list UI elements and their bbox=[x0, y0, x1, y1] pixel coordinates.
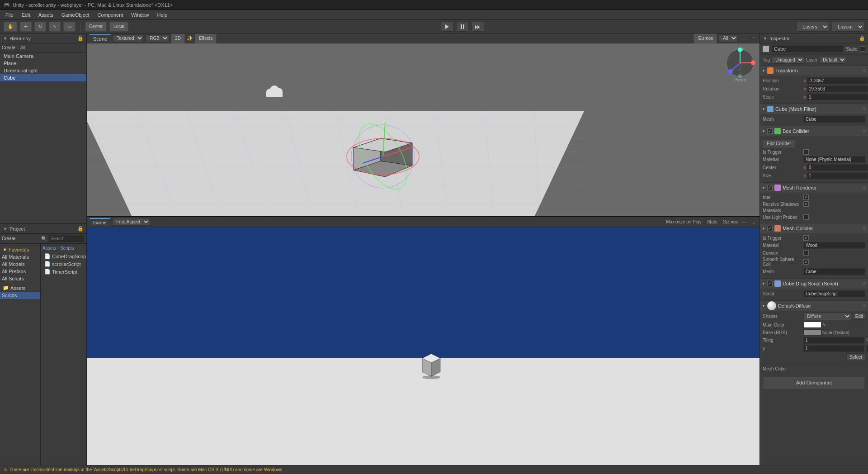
transform-settings[interactable]: ⚙ bbox=[863, 68, 866, 73]
tree-favorites[interactable]: ★ Favorites bbox=[0, 246, 40, 253]
smooth-sphere-checkbox[interactable]: ✓ bbox=[803, 259, 809, 265]
tree-fav-materials[interactable]: All Materials bbox=[0, 253, 40, 261]
tiling-y-input[interactable] bbox=[803, 345, 864, 352]
hand-tool[interactable]: ✋ bbox=[4, 22, 17, 32]
gizmos-all-dropdown[interactable]: All bbox=[719, 34, 738, 42]
game-tab[interactable]: Game bbox=[90, 218, 110, 226]
create-dropdown[interactable]: Create bbox=[2, 45, 15, 50]
inspector-lock[interactable]: 🔒 bbox=[859, 35, 865, 41]
tree-assets[interactable]: 📁 Assets bbox=[0, 284, 40, 292]
menu-file[interactable]: File bbox=[2, 11, 17, 19]
object-name-input[interactable] bbox=[772, 45, 843, 52]
game-canvas[interactable] bbox=[87, 227, 760, 465]
size-x[interactable] bbox=[807, 172, 868, 179]
project-search[interactable] bbox=[48, 235, 85, 242]
effects-button[interactable]: Effects bbox=[195, 33, 217, 43]
layers-dropdown[interactable]: Layers bbox=[797, 22, 829, 32]
offset-y-input[interactable] bbox=[866, 345, 868, 352]
file-cubedrag[interactable]: 📄 CubeDragScript bbox=[42, 252, 85, 260]
mesh-renderer-toggle[interactable]: ✓ bbox=[767, 185, 773, 190]
rect-tool[interactable]: ▭ bbox=[63, 22, 75, 32]
shading-dropdown[interactable]: Textured bbox=[113, 34, 144, 42]
convex-checkbox[interactable] bbox=[803, 250, 809, 256]
mc-material-value[interactable] bbox=[803, 242, 865, 249]
box-collider-header[interactable]: ▼ ✓ Box Collider ⚙ bbox=[760, 126, 868, 136]
material-header[interactable]: ▼ Default-Diffuse ⚙ bbox=[760, 301, 868, 311]
mc-mesh-value[interactable] bbox=[803, 268, 865, 275]
mc-is-trigger-checkbox[interactable]: ✓ bbox=[803, 235, 809, 241]
mesh-value[interactable] bbox=[803, 116, 865, 123]
project-lock[interactable]: 🔒 bbox=[77, 226, 84, 232]
material-value[interactable] bbox=[803, 156, 865, 163]
meshrenderer-settings[interactable]: ⚙ bbox=[863, 185, 866, 190]
rotate-tool[interactable]: ↻ bbox=[34, 22, 46, 32]
scene-maximize[interactable]: □ bbox=[750, 36, 757, 41]
scene-canvas[interactable]: Y X Z Persp bbox=[87, 43, 760, 216]
all-filter[interactable]: All bbox=[20, 45, 25, 50]
gizmos-button[interactable]: Gizmos bbox=[693, 33, 717, 43]
step-button[interactable]: ⏭ bbox=[472, 22, 484, 32]
center-x[interactable] bbox=[807, 164, 868, 171]
menu-assets[interactable]: Assets bbox=[35, 11, 57, 19]
scale-x[interactable] bbox=[807, 94, 868, 100]
scale-tool[interactable]: ⤡ bbox=[49, 22, 61, 32]
2d-toggle[interactable]: 2D bbox=[171, 33, 185, 43]
edit-collider-button[interactable]: Edit Collider bbox=[763, 140, 795, 147]
tree-fav-scripts[interactable]: All Scripts bbox=[0, 275, 40, 282]
receive-shadows-checkbox[interactable]: ✓ bbox=[803, 201, 809, 207]
mesh-collider-toggle[interactable]: ✓ bbox=[767, 226, 773, 231]
create-btn[interactable]: Create bbox=[2, 236, 15, 241]
hierarchy-item-plane[interactable]: Plane bbox=[0, 60, 86, 67]
mesh-collider-header[interactable]: ▼ ✓ Mesh Collider ⚙ bbox=[760, 223, 868, 233]
hierarchy-collapse[interactable]: ▼ bbox=[3, 36, 8, 41]
script-value[interactable] bbox=[803, 290, 865, 297]
pause-button[interactable] bbox=[456, 22, 469, 32]
project-collapse[interactable]: ▼ bbox=[3, 226, 8, 232]
select-button[interactable]: Select bbox=[846, 353, 865, 361]
main-color-swatch[interactable] bbox=[803, 322, 821, 328]
game-minimize[interactable]: — bbox=[740, 219, 748, 225]
menu-window[interactable]: Window bbox=[127, 11, 152, 19]
game-maximize-btn[interactable]: □ bbox=[750, 219, 757, 225]
base-rgb-swatch[interactable] bbox=[803, 329, 821, 336]
stats-label[interactable]: Stats bbox=[707, 219, 717, 224]
pos-x[interactable] bbox=[807, 77, 868, 84]
file-scroller[interactable]: 📄 scrolierScript bbox=[42, 260, 85, 268]
layer-dropdown[interactable]: Default bbox=[819, 56, 846, 64]
add-component-button[interactable]: Add Component bbox=[764, 377, 864, 389]
use-light-probes-checkbox[interactable] bbox=[803, 214, 809, 220]
tree-fav-prefabs[interactable]: All Prefabs bbox=[0, 268, 40, 275]
menu-component[interactable]: Component bbox=[94, 11, 127, 19]
menu-edit[interactable]: Edit bbox=[18, 11, 34, 19]
tiling-x[interactable] bbox=[803, 337, 864, 344]
hierarchy-item-cube[interactable]: Cube bbox=[0, 74, 86, 81]
mesh-renderer-header[interactable]: ▼ ✓ Mesh Renderer ⚙ bbox=[760, 183, 868, 193]
transform-header[interactable]: ▼ Transform ⚙ bbox=[760, 66, 868, 76]
scene-minimize[interactable]: — bbox=[740, 36, 748, 41]
aspect-dropdown[interactable]: Free Aspect bbox=[112, 218, 150, 226]
meshfilter-settings[interactable]: ⚙ bbox=[863, 107, 866, 111]
cast-shadows-checkbox[interactable]: ✓ bbox=[803, 194, 809, 200]
shader-dropdown[interactable]: Diffuse bbox=[803, 313, 851, 320]
tree-assets-scripts[interactable]: Scripts bbox=[0, 292, 40, 299]
inspector-collapse[interactable]: ▼ bbox=[763, 36, 768, 41]
scene-tab[interactable]: Scene bbox=[90, 34, 111, 43]
center-toggle[interactable]: Center bbox=[85, 22, 107, 32]
static-checkbox[interactable] bbox=[860, 46, 865, 52]
object-checkbox[interactable] bbox=[763, 46, 769, 52]
file-timer[interactable]: 📄 TimerScript bbox=[42, 268, 85, 275]
hierarchy-item-main-camera[interactable]: Main Camera bbox=[0, 52, 86, 60]
cubedrag-toggle[interactable]: ✓ bbox=[767, 281, 773, 286]
cube-drag-script-header[interactable]: ▼ ✓ Cube Drag Script (Script) ⚙ bbox=[760, 279, 868, 289]
cubedrag-settings[interactable]: ⚙ bbox=[863, 281, 866, 286]
menu-gameobject[interactable]: GameObject bbox=[58, 11, 93, 19]
rgb-dropdown[interactable]: RGB bbox=[146, 34, 169, 42]
mesh-filter-header[interactable]: ▼ Cube (Mesh Filter) ⚙ bbox=[760, 104, 868, 114]
hierarchy-item-directional-light[interactable]: Directional light bbox=[0, 67, 86, 74]
play-button[interactable] bbox=[441, 22, 453, 32]
move-tool[interactable]: ✛ bbox=[20, 22, 32, 32]
boxcollider-settings[interactable]: ⚙ bbox=[863, 129, 866, 133]
is-trigger-checkbox[interactable] bbox=[803, 149, 809, 155]
meshcollider-settings[interactable]: ⚙ bbox=[863, 226, 866, 231]
tag-dropdown[interactable]: Untagged bbox=[772, 56, 804, 64]
